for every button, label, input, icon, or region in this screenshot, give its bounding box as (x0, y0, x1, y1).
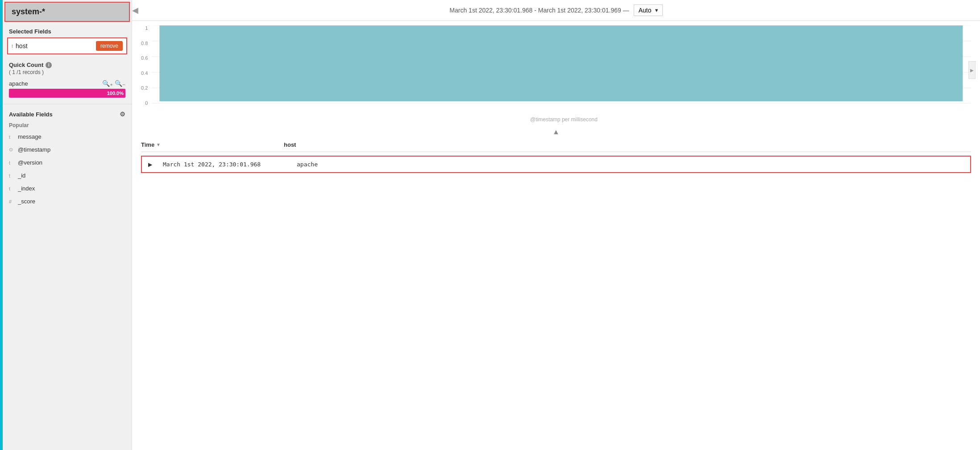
quick-count-title: Quick Count i (9, 62, 125, 68)
field-type-t4: t (9, 186, 14, 191)
field-item-timestamp[interactable]: ⊙ @timestamp (3, 143, 132, 156)
zoom-out-icon[interactable]: 🔍₋ (115, 80, 125, 87)
chart-collapse-arrow[interactable]: ▲ (141, 126, 971, 138)
field-name-index: _index (18, 185, 35, 192)
selected-field-name: host (16, 42, 96, 50)
quick-count-info-icon[interactable]: i (46, 62, 52, 68)
gear-icon[interactable]: ⚙ (120, 111, 125, 118)
available-fields-header: Available Fields ⚙ (3, 108, 132, 120)
popular-label: Popular (3, 120, 132, 130)
x-axis-label: @timestamp per millisecond (157, 115, 971, 126)
row-time: March 1st 2022, 23:30:01.968 (163, 161, 288, 168)
y-label-08: 0.8 (141, 41, 148, 46)
sort-icon[interactable]: ▼ (156, 142, 161, 147)
chart-svg (151, 25, 971, 103)
available-fields-label: Available Fields (9, 111, 53, 118)
row-expand-button[interactable]: ▶ (148, 161, 152, 168)
field-item-message[interactable]: t message (3, 130, 132, 143)
y-label-04: 0.4 (141, 70, 148, 76)
quick-count-records: ( 1 /1 records ) (9, 69, 125, 75)
table-row-container: ▶ March 1st 2022, 23:30:01.968 apache (141, 156, 971, 173)
quick-count-icons: 🔍₊ 🔍₋ (102, 80, 125, 87)
th-time: Time ▼ (141, 141, 275, 148)
field-name-message: message (18, 133, 42, 140)
chart-bar (160, 25, 963, 101)
col-time-label: Time (141, 141, 154, 148)
y-label-02: 0.2 (141, 85, 148, 91)
field-name-id: _id (18, 172, 25, 179)
field-item-version[interactable]: t @version (3, 156, 132, 169)
collapse-chart-button[interactable]: ▶ (968, 61, 976, 79)
interval-select[interactable]: Auto (634, 4, 663, 16)
field-type-t3: t (9, 173, 14, 178)
y-label-0: 0 (145, 100, 148, 106)
collapse-sidebar-button[interactable]: ◀ (132, 5, 138, 15)
row-host: apache (297, 161, 964, 168)
zoom-in-icon[interactable]: 🔍₊ (102, 80, 113, 87)
auto-select-wrap: Auto (634, 4, 663, 16)
time-range-text: March 1st 2022, 23:30:01.968 - March 1st… (449, 7, 629, 14)
field-type-hash: # (9, 199, 14, 204)
quick-count-item-label-row: apache 🔍₊ 🔍₋ (9, 80, 125, 87)
field-item-index[interactable]: t _index (3, 182, 132, 195)
th-host: host (284, 141, 971, 148)
sidebar: system-* Selected Fields t host remove Q… (3, 0, 132, 450)
field-list: t message ⊙ @timestamp t @version t _id … (3, 130, 132, 208)
progress-bar: 100.0% (9, 89, 125, 98)
field-type-badge: t (12, 43, 13, 49)
field-type-t2: t (9, 160, 14, 165)
quick-count-section: Quick Count i ( 1 /1 records ) (3, 59, 132, 77)
selected-field-box: t host remove (7, 37, 127, 54)
quick-count-label: Quick Count (9, 62, 43, 68)
progress-label: 100.0% (107, 91, 124, 96)
field-type-clock: ⊙ (9, 147, 14, 153)
quick-count-item-name: apache (9, 80, 28, 87)
divider (3, 104, 132, 104)
remove-field-button[interactable]: remove (96, 41, 123, 51)
progress-bar-fill: 100.0% (9, 89, 125, 98)
main-content: ◀ March 1st 2022, 23:30:01.968 - March 1… (132, 0, 980, 450)
field-name-version: @version (18, 159, 42, 166)
table-header: Time ▼ host (141, 138, 971, 152)
chart-svg-wrap: ▶ (151, 25, 971, 115)
time-header: ◀ March 1st 2022, 23:30:01.968 - March 1… (132, 0, 980, 21)
field-item-id[interactable]: t _id (3, 169, 132, 182)
y-axis: 1 0.8 0.6 0.4 0.2 0 (141, 25, 151, 115)
field-type-t: t (9, 134, 14, 140)
table-area: Time ▼ host ▶ March 1st 2022, 23:30:01.9… (132, 138, 980, 450)
quick-count-item: apache 🔍₊ 🔍₋ 100.0% (3, 77, 132, 100)
field-name-score: _score (18, 198, 35, 205)
chart-container: 1 0.8 0.6 0.4 0.2 0 (141, 25, 971, 115)
index-pattern[interactable]: system-* (4, 2, 130, 22)
y-label-1: 1 (145, 25, 148, 31)
field-item-score[interactable]: # _score (3, 195, 132, 208)
chart-area: 1 0.8 0.6 0.4 0.2 0 (132, 21, 980, 138)
table-row: ▶ March 1st 2022, 23:30:01.968 apache (142, 157, 970, 172)
y-label-06: 0.6 (141, 55, 148, 61)
selected-fields-label: Selected Fields (3, 24, 132, 37)
field-name-timestamp: @timestamp (18, 146, 50, 153)
